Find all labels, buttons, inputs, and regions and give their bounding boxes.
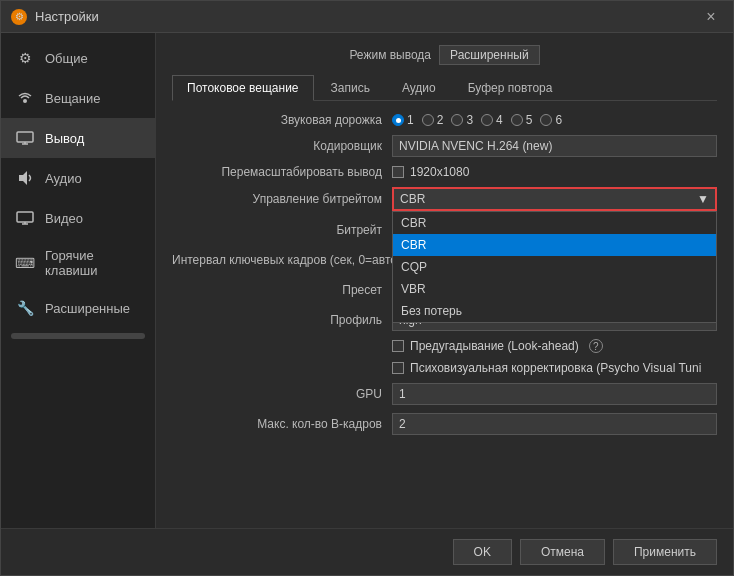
gpu-control [392,383,717,405]
encoder-input[interactable] [392,135,717,157]
bitrate-control-select[interactable]: CBR ▼ [392,187,717,211]
track-3-option[interactable]: 3 [451,113,473,127]
cbr-option-1[interactable]: CBR [393,212,716,234]
sidebar-item-output[interactable]: Вывод [1,118,155,158]
svg-point-0 [23,99,27,103]
window-title: Настройки [35,9,699,24]
track-4-radio[interactable] [481,114,493,126]
sidebar-label-hotkeys: Горячие клавиши [45,248,141,278]
gpu-input[interactable] [392,383,717,405]
gpu-row: GPU [172,383,717,405]
vbr-option[interactable]: VBR [393,278,716,300]
output-mode-label: Режим вывода [349,48,431,62]
window-icon: ⚙ [11,9,27,25]
sidebar-label-advanced: Расширенные [45,301,130,316]
encoder-label: Кодировщик [172,139,392,153]
footer: OK Отмена Применить [1,528,733,575]
track-2-option[interactable]: 2 [422,113,444,127]
sidebar: ⚙ Общие Вещание [1,33,156,528]
audio-track-control: 1 2 3 4 [392,113,717,127]
track-4-option[interactable]: 4 [481,113,503,127]
track-6-option[interactable]: 6 [540,113,562,127]
sidebar-item-general[interactable]: ⚙ Общие [1,38,155,78]
psycho-visual-checkbox[interactable] [392,362,404,374]
tab-streaming[interactable]: Потоковое вещание [172,75,314,101]
sidebar-label-broadcast: Вещание [45,91,101,106]
track-4-label: 4 [496,113,503,127]
sidebar-scrollbar [11,333,145,339]
sidebar-item-video[interactable]: Видео [1,198,155,238]
cbr-option-2[interactable]: CBR [393,234,716,256]
lookahead-row: Предугадывание (Look-ahead) ? [172,339,717,353]
track-2-label: 2 [437,113,444,127]
output-mode-value: Расширенный [439,45,540,65]
track-5-option[interactable]: 5 [511,113,533,127]
psycho-visual-control: Психовизуальная корректировка (Psycho Vi… [392,361,717,375]
track-1-option[interactable]: 1 [392,113,414,127]
lookahead-control: Предугадывание (Look-ahead) ? [392,339,717,353]
keyboard-icon: ⌨ [15,253,35,273]
gear-icon: ⚙ [15,48,35,68]
track-1-label: 1 [407,113,414,127]
ok-button[interactable]: OK [453,539,512,565]
bitrate-control-dropdown: CBR ▼ CBR CBR CQP VBR Без потерь [392,187,717,211]
lossless-option[interactable]: Без потерь [393,300,716,322]
sidebar-item-hotkeys[interactable]: ⌨ Горячие клавиши [1,238,155,288]
output-mode-row: Режим вывода Расширенный [172,45,717,65]
psycho-visual-row: Психовизуальная корректировка (Psycho Vi… [172,361,717,375]
track-3-radio[interactable] [451,114,463,126]
settings-window: ⚙ Настройки × ⚙ Общие Вещание [0,0,734,576]
broadcast-icon [15,88,35,108]
lookahead-label: Предугадывание (Look-ahead) [410,339,579,353]
content-area: ⚙ Общие Вещание [1,33,733,528]
bitrate-control-value: CBR [400,192,425,206]
tab-replay[interactable]: Буфер повтора [453,75,568,100]
bitrate-control-label: Управление битрейтом [172,192,392,206]
cqp-option[interactable]: CQP [393,256,716,278]
sidebar-item-broadcast[interactable]: Вещание [1,78,155,118]
encoder-row: Кодировщик [172,135,717,157]
preset-label: Пресет [172,283,392,297]
svg-rect-5 [17,212,33,222]
output-icon [15,128,35,148]
apply-button[interactable]: Применить [613,539,717,565]
wrench-icon: 🔧 [15,298,35,318]
rescale-resolution: 1920x1080 [410,165,469,179]
profile-label: Профиль [172,313,392,327]
dropdown-arrow: ▼ [697,192,709,206]
bframes-control [392,413,717,435]
bitrate-label: Битрейт [172,223,392,237]
bframes-row: Макс. кол-во B-кадров [172,413,717,435]
rescale-row: Перемасштабировать вывод 1920x1080 [172,165,717,179]
track-3-label: 3 [466,113,473,127]
psycho-visual-label: Психовизуальная корректировка (Psycho Vi… [410,361,701,375]
bitrate-control-row: Управление битрейтом CBR ▼ CBR CBR CQP V… [172,187,717,211]
svg-rect-1 [17,132,33,142]
track-6-radio[interactable] [540,114,552,126]
bframes-input[interactable] [392,413,717,435]
track-5-radio[interactable] [511,114,523,126]
rescale-checkbox[interactable] [392,166,404,178]
track-2-radio[interactable] [422,114,434,126]
encoder-control [392,135,717,157]
track-5-label: 5 [526,113,533,127]
sidebar-item-advanced[interactable]: 🔧 Расширенные [1,288,155,328]
video-icon [15,208,35,228]
track-1-radio[interactable] [392,114,404,126]
sidebar-item-audio[interactable]: Аудио [1,158,155,198]
tab-recording[interactable]: Запись [316,75,385,100]
bframes-label: Макс. кол-во B-кадров [172,417,392,431]
rescale-control: 1920x1080 [392,165,717,179]
lookahead-help-icon[interactable]: ? [589,339,603,353]
lookahead-checkbox[interactable] [392,340,404,352]
main-panel: Режим вывода Расширенный Потоковое вещан… [156,33,733,528]
sidebar-label-general: Общие [45,51,88,66]
tab-audio[interactable]: Аудио [387,75,451,100]
cancel-button[interactable]: Отмена [520,539,605,565]
close-button[interactable]: × [699,5,723,29]
sidebar-label-audio: Аудио [45,171,82,186]
tabs-bar: Потоковое вещание Запись Аудио Буфер пов… [172,75,717,101]
audio-icon [15,168,35,188]
form-area: Звуковая дорожка 1 2 3 [172,113,717,516]
gpu-label: GPU [172,387,392,401]
